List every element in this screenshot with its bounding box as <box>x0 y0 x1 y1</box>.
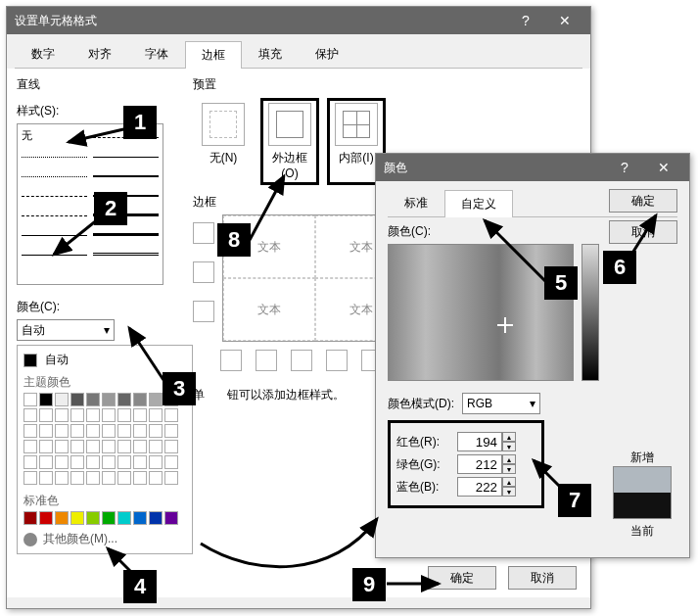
color-swatch[interactable] <box>133 511 147 525</box>
border-mid-v-button[interactable] <box>291 350 312 371</box>
color-swatch[interactable] <box>149 471 163 485</box>
luminosity-slider[interactable] <box>582 244 599 381</box>
color-swatch[interactable] <box>55 408 69 422</box>
color-close-button[interactable]: ✕ <box>646 157 681 178</box>
color-swatch[interactable] <box>86 511 100 525</box>
tab-font[interactable]: 字体 <box>128 40 185 68</box>
color-swatch[interactable] <box>55 393 69 406</box>
line-style-item[interactable] <box>93 226 159 236</box>
spin-down-icon[interactable]: ▼ <box>502 464 516 474</box>
color-swatch[interactable] <box>70 471 84 485</box>
color-swatch[interactable] <box>39 471 53 485</box>
tab-alignment[interactable]: 对齐 <box>71 40 128 68</box>
border-mid-h-button[interactable] <box>193 261 214 283</box>
color-swatch[interactable] <box>102 440 116 453</box>
spin-down-icon[interactable]: ▼ <box>502 487 516 497</box>
color-swatch[interactable] <box>133 393 147 406</box>
color-swatch[interactable] <box>23 440 37 453</box>
color-swatch[interactable] <box>102 424 116 438</box>
color-swatch[interactable] <box>55 455 69 469</box>
preset-outline[interactable]: 外边框(O) <box>265 103 314 180</box>
color-swatch[interactable] <box>86 393 100 406</box>
color-swatch[interactable] <box>117 471 131 485</box>
color-swatch[interactable] <box>149 424 163 438</box>
color-swatch[interactable] <box>117 440 131 453</box>
tab-fill[interactable]: 填充 <box>242 40 299 68</box>
color-swatch[interactable] <box>164 424 178 438</box>
line-style-item[interactable] <box>22 246 87 256</box>
blue-spinner[interactable]: ▲▼ <box>457 477 516 497</box>
color-swatch[interactable] <box>102 471 116 485</box>
color-swatch[interactable] <box>39 424 53 438</box>
color-swatch[interactable] <box>117 393 131 406</box>
color-swatch[interactable] <box>39 455 53 469</box>
color-mode-select[interactable]: RGB ▾ <box>462 393 540 414</box>
color-swatch[interactable] <box>164 440 178 453</box>
color-swatch[interactable] <box>117 408 131 422</box>
color-swatch[interactable] <box>70 440 84 453</box>
color-swatch[interactable] <box>133 471 147 485</box>
line-style-item[interactable] <box>93 148 159 158</box>
color-swatch[interactable] <box>133 408 147 422</box>
line-style-item[interactable] <box>93 246 159 256</box>
color-swatch[interactable] <box>23 424 37 438</box>
color-swatch[interactable] <box>39 393 53 406</box>
color-swatch[interactable] <box>23 393 37 406</box>
color-swatch[interactable] <box>86 424 100 438</box>
red-input[interactable] <box>457 432 502 451</box>
color-swatch[interactable] <box>70 393 84 406</box>
color-swatch[interactable] <box>149 440 163 453</box>
spin-up-icon[interactable]: ▲ <box>502 432 516 442</box>
color-swatch[interactable] <box>55 440 69 453</box>
color-swatch[interactable] <box>23 511 37 525</box>
spin-up-icon[interactable]: ▲ <box>502 454 516 464</box>
tab-protection[interactable]: 保护 <box>299 40 355 68</box>
color-swatch[interactable] <box>164 471 178 485</box>
border-top-button[interactable] <box>193 222 214 244</box>
color-swatch[interactable] <box>117 455 131 469</box>
color-swatch[interactable] <box>117 511 131 525</box>
close-button[interactable]: ✕ <box>547 10 582 31</box>
color-dropdown[interactable]: 自动 ▾ <box>17 319 115 341</box>
auto-color-item[interactable]: 自动 <box>23 352 186 368</box>
color-ok-button[interactable]: 确定 <box>609 189 677 213</box>
border-diag1-button[interactable] <box>220 350 242 371</box>
color-swatch[interactable] <box>70 511 84 525</box>
preset-inside[interactable]: 内部(I) <box>332 103 381 180</box>
color-swatch[interactable] <box>164 511 178 525</box>
color-swatch[interactable] <box>117 424 131 438</box>
line-style-none[interactable]: 无 <box>22 128 87 146</box>
color-swatch[interactable] <box>39 440 53 453</box>
color-swatch[interactable] <box>86 455 100 469</box>
color-swatch[interactable] <box>102 455 116 469</box>
preset-none[interactable]: 无(N) <box>199 103 248 180</box>
color-tab-custom[interactable]: 自定义 <box>444 190 513 217</box>
main-ok-button[interactable]: 确定 <box>428 566 496 590</box>
color-swatch[interactable] <box>133 440 147 453</box>
line-style-list[interactable]: 无 <box>17 123 163 285</box>
main-cancel-button[interactable]: 取消 <box>508 566 577 590</box>
color-swatch[interactable] <box>55 511 69 525</box>
color-swatch[interactable] <box>102 408 116 422</box>
green-input[interactable] <box>457 454 502 474</box>
border-left-button[interactable] <box>256 350 277 371</box>
line-style-item[interactable] <box>93 167 159 177</box>
color-swatch[interactable] <box>102 511 116 525</box>
color-help-button[interactable]: ? <box>607 157 642 178</box>
spin-down-icon[interactable]: ▼ <box>502 442 516 451</box>
tab-border[interactable]: 边框 <box>185 41 242 69</box>
color-swatch[interactable] <box>86 440 100 453</box>
more-colors-item[interactable]: 其他颜色(M)... <box>23 531 186 547</box>
color-swatch[interactable] <box>55 471 69 485</box>
color-swatch[interactable] <box>149 393 163 406</box>
blue-input[interactable] <box>457 477 502 497</box>
color-swatch[interactable] <box>149 511 163 525</box>
line-style-item[interactable] <box>22 187 87 197</box>
color-swatch[interactable] <box>149 455 163 469</box>
line-style-item[interactable] <box>22 148 87 158</box>
tab-number[interactable]: 数字 <box>15 40 71 68</box>
color-cancel-button[interactable]: 取消 <box>609 220 677 244</box>
color-swatch[interactable] <box>70 424 84 438</box>
color-swatch[interactable] <box>102 393 116 406</box>
border-bottom-button[interactable] <box>193 301 214 322</box>
